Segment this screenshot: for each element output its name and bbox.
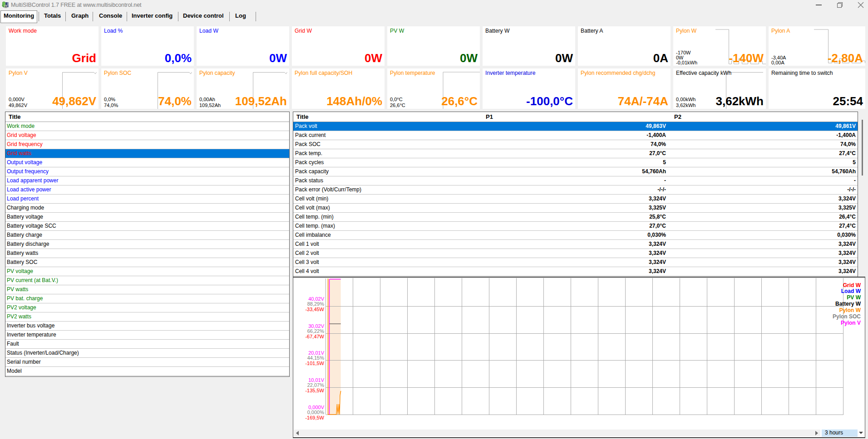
svg-text:-135,5W: -135,5W [305,388,324,393]
svg-text:22,07%: 22,07% [307,382,325,388]
svg-text:-101,5W: -101,5W [305,361,324,366]
svg-text:Pylon W: Pylon W [839,307,861,313]
svg-text:Grid W: Grid W [843,282,861,288]
svg-text:Pylon SOC: Pylon SOC [833,313,861,320]
svg-text:Battery W: Battery W [835,301,861,307]
svg-text:-169,5W: -169,5W [305,415,324,420]
svg-text:PV W: PV W [847,294,861,301]
svg-text:-67,47W: -67,47W [305,334,324,339]
svg-text:-33,45W: -33,45W [305,307,324,312]
svg-text:44,15%: 44,15% [307,355,325,361]
svg-text:Pylon V: Pylon V [841,320,861,326]
svg-text:Load W: Load W [841,288,861,294]
svg-text:66,22%: 66,22% [307,328,325,334]
svg-text:0,000%: 0,000% [307,410,325,415]
svg-text:88,29%: 88,29% [307,301,325,307]
